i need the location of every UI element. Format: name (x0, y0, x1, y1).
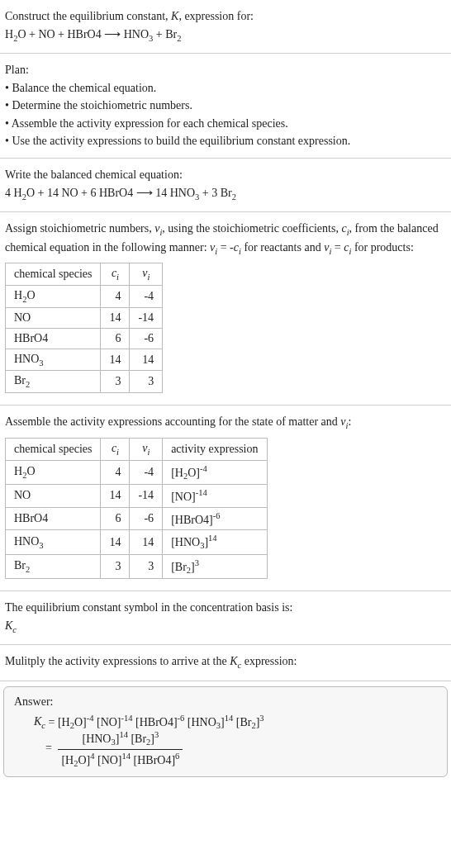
frac-numerator: [HNO3]14 [Br2]3 (58, 730, 183, 749)
intro-line-1: Construct the equilibrium constant, K, e… (5, 8, 446, 25)
cell-vi: -6 (130, 507, 163, 530)
balanced-heading: Write the balanced chemical equation: (5, 167, 446, 183)
cell-activity: [H2O]-4 (163, 460, 267, 484)
balanced-section: Write the balanced chemical equation: 4 … (0, 159, 451, 212)
stoich-heading: Assign stoichiometric numbers, νi, using… (5, 221, 446, 258)
cell-activity: [HNO3]14 (163, 530, 267, 554)
cell-species: Br2 (6, 554, 101, 578)
cell-ci: 4 (101, 460, 130, 484)
table-row: H2O 4 -4 (6, 285, 163, 307)
plan-item-3: • Assemble the activity expression for e… (5, 116, 446, 132)
plan-heading: Plan: (5, 62, 446, 78)
table-row: NO 14 -14 [NO]-14 (6, 485, 268, 508)
cell-vi: 3 (130, 371, 163, 393)
multiply-section: Mulitply the activity expressions to arr… (0, 645, 451, 681)
answer-line-1: Kc = [H2O]-4 [NO]-14 [HBrO4]-6 [HNO3]14 … (34, 714, 437, 730)
cell-ci: 4 (101, 285, 130, 307)
cell-vi: -6 (130, 328, 163, 349)
plan-item-1: • Balance the chemical equation. (5, 80, 446, 97)
activity-header-expr: activity expression (163, 438, 267, 460)
cell-ci: 3 (101, 554, 130, 578)
plan-section: Plan: • Balance the chemical equation. •… (0, 54, 451, 159)
cell-ci: 14 (101, 307, 130, 328)
plan-item-4: • Use the activity expressions to build … (5, 133, 446, 149)
activity-heading: Assemble the activity expressions accoun… (5, 414, 446, 432)
cell-vi: 3 (130, 554, 163, 578)
answer-formula: Kc = [H2O]-4 [NO]-14 [HBrO4]-6 [HNO3]14 … (14, 714, 437, 768)
cell-vi: 14 (130, 530, 163, 554)
cell-species: H2O (6, 460, 101, 484)
answer-label: Answer: (14, 695, 437, 709)
cell-ci: 6 (101, 507, 130, 530)
cell-activity: [HBrO4]-6 (163, 507, 267, 530)
cell-species: HNO3 (6, 530, 101, 554)
kc-symbol: Kc (5, 618, 446, 636)
activity-header-vi: νi (130, 438, 163, 460)
table-row: HBrO4 6 -6 (6, 328, 163, 349)
frac-denominator: [H2O]4 [NO]14 [HBrO4]6 (58, 750, 183, 768)
table-row: Br2 3 3 [Br2]3 (6, 554, 268, 578)
table-row: H2O 4 -4 [H2O]-4 (6, 460, 268, 484)
table-row: HNO3 14 14 [HNO3]14 (6, 530, 268, 554)
stoich-header-species: chemical species (6, 263, 101, 286)
table-row: HBrO4 6 -6 [HBrO4]-6 (6, 507, 268, 530)
cell-species: HNO3 (6, 349, 101, 371)
activity-header-ci: ci (101, 438, 130, 460)
cell-species: Br2 (6, 371, 101, 393)
symbol-heading: The equilibrium constant symbol in the c… (5, 600, 446, 616)
cell-ci: 14 (101, 349, 130, 371)
answer-box: Answer: Kc = [H2O]-4 [NO]-14 [HBrO4]-6 [… (3, 686, 448, 777)
stoich-section: Assign stoichiometric numbers, νi, using… (0, 212, 451, 406)
activity-header-species: chemical species (6, 438, 101, 460)
intro-section: Construct the equilibrium constant, K, e… (0, 0, 451, 54)
table-row: Br2 3 3 (6, 371, 163, 393)
activity-section: Assemble the activity expressions accoun… (0, 406, 451, 591)
cell-species: HBrO4 (6, 328, 101, 349)
activity-table: chemical species ci νi activity expressi… (5, 438, 268, 579)
cell-species: HBrO4 (6, 507, 101, 530)
cell-vi: -4 (130, 285, 163, 307)
answer-line-2: = [HNO3]14 [Br2]3 [H2O]4 [NO]14 [HBrO4]6 (34, 730, 437, 768)
cell-vi: -14 (130, 485, 163, 508)
cell-ci: 6 (101, 328, 130, 349)
table-row: NO 14 -14 (6, 307, 163, 328)
cell-activity: [Br2]3 (163, 554, 267, 578)
balanced-equation: 4 H2O + 14 NO + 6 HBrO4 ⟶ 14 HNO3 + 3 Br… (5, 185, 446, 203)
symbol-section: The equilibrium constant symbol in the c… (0, 591, 451, 645)
cell-vi: -4 (130, 460, 163, 484)
cell-ci: 3 (101, 371, 130, 393)
cell-species: NO (6, 307, 101, 328)
cell-ci: 14 (101, 530, 130, 554)
stoich-header-ci: ci (101, 263, 130, 286)
table-row: HNO3 14 14 (6, 349, 163, 371)
stoich-table: chemical species ci νi H2O 4 -4 NO 14 -1… (5, 263, 163, 393)
plan-item-2: • Determine the stoichiometric numbers. (5, 97, 446, 114)
multiply-heading: Mulitply the activity expressions to arr… (5, 653, 446, 671)
cell-ci: 14 (101, 485, 130, 508)
unbalanced-equation: H2O + NO + HBrO4 ⟶ HNO3 + Br2 (5, 26, 446, 45)
cell-vi: -14 (130, 307, 163, 328)
cell-species: H2O (6, 285, 101, 307)
stoich-header-vi: νi (130, 263, 163, 286)
cell-vi: 14 (130, 349, 163, 371)
cell-species: NO (6, 485, 101, 508)
cell-activity: [NO]-14 (163, 485, 267, 508)
